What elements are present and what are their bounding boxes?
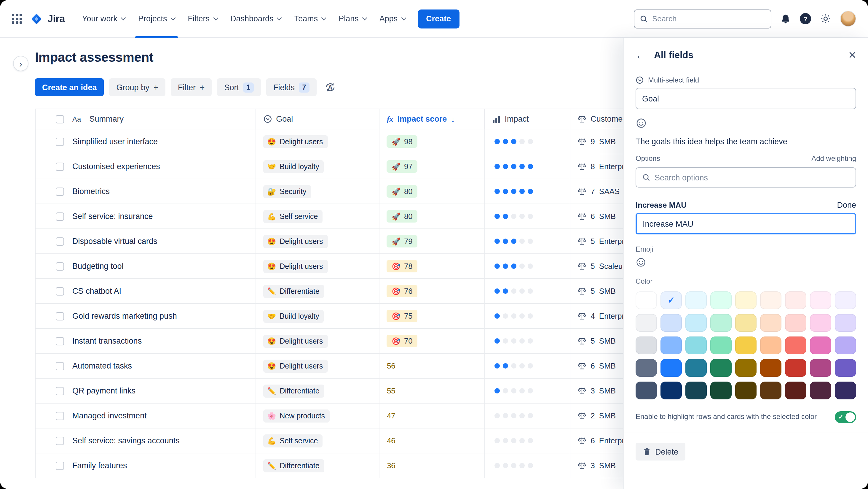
row-checkbox[interactable]	[56, 287, 64, 295]
option-name-input[interactable]	[636, 213, 856, 234]
goal-chip[interactable]: 🤝Build loyalty	[263, 160, 324, 173]
close-icon[interactable]: ×	[848, 50, 856, 60]
color-swatch[interactable]	[785, 337, 806, 354]
nav-item-filters[interactable]: Filters	[181, 0, 224, 38]
color-swatch[interactable]	[835, 359, 856, 377]
color-swatch[interactable]	[785, 291, 806, 309]
goal-chip[interactable]: 😍Delight users	[263, 235, 328, 248]
row-checkbox[interactable]	[56, 137, 64, 146]
create-idea-button[interactable]: Create an idea	[35, 78, 104, 96]
color-swatch[interactable]	[810, 337, 831, 354]
table-row[interactable]: QR payment links✏️Differentiate553SMB	[36, 379, 689, 404]
color-swatch[interactable]	[835, 381, 856, 399]
settings-gear-icon[interactable]	[820, 13, 831, 24]
fields-button[interactable]: Fields 7	[266, 78, 317, 96]
color-swatch[interactable]	[735, 337, 756, 354]
table-row[interactable]: Family features✏️Differentiate363SMB	[36, 453, 689, 478]
create-button[interactable]: Create	[418, 9, 459, 28]
emoji-picker-icon[interactable]	[636, 117, 647, 129]
goal-chip[interactable]: 😍Delight users	[263, 335, 328, 347]
column-header-summary[interactable]: Aa Summary	[36, 109, 256, 130]
goal-chip[interactable]: ✏️Differentiate	[263, 384, 324, 397]
color-swatch[interactable]	[835, 337, 856, 354]
impact-rating[interactable]	[495, 463, 533, 468]
row-checkbox[interactable]	[56, 386, 64, 395]
help-icon[interactable]: ?	[800, 13, 811, 24]
goal-chip[interactable]: 🔐Security	[263, 185, 311, 198]
color-swatch[interactable]	[685, 314, 707, 332]
nav-item-plans[interactable]: Plans	[332, 0, 373, 38]
sort-button[interactable]: Sort 1	[217, 78, 261, 96]
color-swatch[interactable]	[760, 291, 781, 309]
options-search[interactable]	[636, 167, 856, 188]
color-swatch[interactable]	[710, 359, 732, 377]
color-swatch[interactable]	[685, 337, 707, 354]
impact-rating[interactable]	[495, 288, 533, 294]
row-checkbox[interactable]	[56, 411, 64, 420]
filter-button[interactable]: Filter +	[171, 78, 212, 96]
group-by-button[interactable]: Group by +	[110, 78, 165, 96]
impact-rating[interactable]	[495, 413, 533, 419]
impact-rating[interactable]	[495, 213, 533, 219]
row-checkbox[interactable]	[56, 436, 64, 445]
color-swatch[interactable]	[710, 337, 732, 354]
color-swatch[interactable]	[660, 359, 682, 377]
table-row[interactable]: Disposable virtual cards😍Delight users🚀7…	[36, 229, 689, 254]
impact-rating[interactable]	[495, 338, 533, 344]
color-swatch[interactable]	[810, 381, 831, 399]
row-checkbox[interactable]	[56, 312, 64, 320]
row-checkbox[interactable]	[56, 337, 64, 345]
highlight-toggle[interactable]: ✓	[835, 411, 856, 423]
color-swatch[interactable]	[660, 381, 682, 399]
color-swatch[interactable]	[735, 359, 756, 377]
nav-item-dashboards[interactable]: Dashboards	[224, 0, 288, 38]
table-row[interactable]: Biometrics🔐Security🚀807SAAS	[36, 179, 689, 204]
color-swatch[interactable]	[785, 314, 806, 332]
impact-rating[interactable]	[495, 164, 533, 169]
jira-logo[interactable]: Jira	[30, 12, 65, 25]
row-checkbox[interactable]	[56, 461, 64, 470]
color-swatch[interactable]	[685, 359, 707, 377]
user-avatar[interactable]	[840, 11, 856, 27]
table-row[interactable]: Instant transactions😍Delight users🎯705SM…	[36, 329, 689, 354]
color-swatch[interactable]	[760, 359, 781, 377]
add-weighting-link[interactable]: Add weighting	[811, 154, 856, 163]
table-row[interactable]: Gold rewards marketing push🤝Build loyalt…	[36, 304, 689, 329]
column-header-goal[interactable]: Goal	[256, 109, 380, 130]
table-row[interactable]: Automated tasks😍Delight users566SMB	[36, 354, 689, 379]
back-arrow-icon[interactable]: ←	[636, 50, 646, 60]
table-row[interactable]: Managed investment🌸New products472SMB	[36, 404, 689, 429]
color-swatch[interactable]	[835, 314, 856, 332]
impact-rating[interactable]	[495, 139, 533, 144]
color-swatch[interactable]	[835, 291, 856, 309]
color-swatch[interactable]	[710, 314, 732, 332]
nav-item-your-work[interactable]: Your work	[75, 0, 132, 38]
nav-item-projects[interactable]: Projects	[132, 0, 181, 38]
goal-chip[interactable]: 😍Delight users	[263, 135, 328, 148]
select-all-checkbox[interactable]	[56, 115, 64, 123]
search-input[interactable]	[652, 14, 766, 23]
color-swatch[interactable]	[660, 314, 682, 332]
color-swatch[interactable]	[760, 381, 781, 399]
field-name-input[interactable]	[636, 88, 856, 109]
color-swatch[interactable]	[785, 381, 806, 399]
impact-rating[interactable]	[495, 438, 533, 443]
app-switcher-icon[interactable]	[12, 13, 22, 24]
nav-item-apps[interactable]: Apps	[373, 0, 412, 38]
goal-chip[interactable]: 💪Self service	[263, 210, 322, 223]
goal-chip[interactable]: 🌸New products	[263, 409, 330, 422]
color-swatch[interactable]: ✓	[660, 291, 682, 309]
color-swatch[interactable]	[636, 359, 657, 377]
column-header-impact-score[interactable]: fx Impact score ↓	[380, 109, 485, 130]
color-swatch[interactable]	[636, 314, 657, 332]
goal-chip[interactable]: 💪Self service	[263, 434, 322, 447]
color-swatch[interactable]	[810, 314, 831, 332]
column-header-impact[interactable]: Impact	[485, 109, 571, 130]
goal-chip[interactable]: 😍Delight users	[263, 359, 328, 372]
notifications-bell-icon[interactable]	[780, 13, 791, 24]
color-swatch[interactable]	[685, 291, 707, 309]
table-row[interactable]: Self service: savings accounts💪Self serv…	[36, 429, 689, 453]
color-swatch[interactable]	[710, 381, 732, 399]
global-search[interactable]	[634, 9, 771, 28]
impact-rating[interactable]	[495, 238, 533, 244]
